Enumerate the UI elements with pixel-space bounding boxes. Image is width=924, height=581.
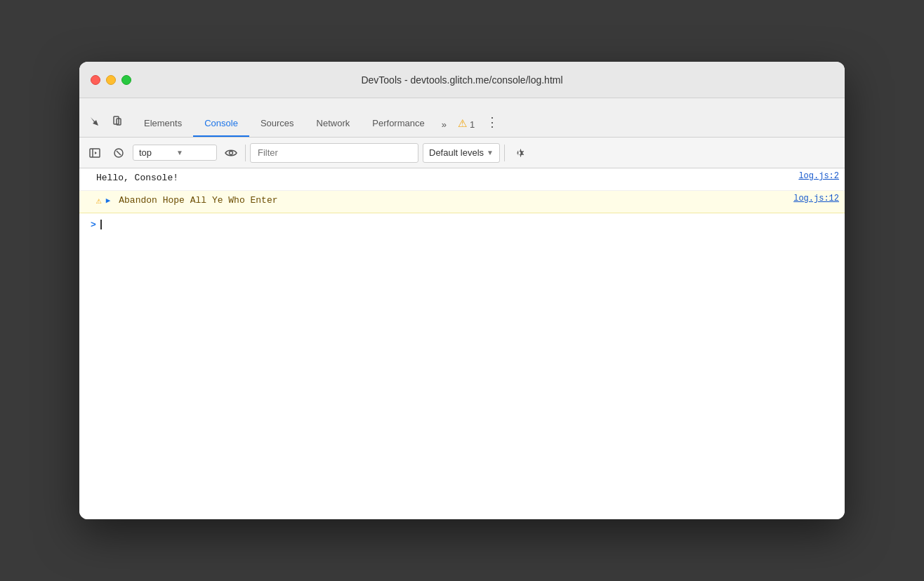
window-title: DevTools - devtools.glitch.me/console/lo… — [361, 74, 562, 86]
devtools-window: DevTools - devtools.glitch.me/console/lo… — [79, 62, 845, 519]
device-icon[interactable] — [107, 112, 127, 131]
log-message: Hello, Console! — [96, 171, 793, 186]
console-toolbar: top ▼ Default levels ▼ — [79, 138, 845, 168]
minimize-button[interactable] — [106, 75, 116, 85]
clear-console-button[interactable] — [109, 143, 128, 163]
separator2 — [504, 145, 505, 161]
log-levels-button[interactable]: Default levels ▼ — [423, 143, 500, 163]
tab-bar: Elements Console Sources Network Perform… — [79, 98, 845, 138]
warning-triangle-icon: ⚠ — [96, 195, 102, 206]
titlebar: DevTools - devtools.glitch.me/console/lo… — [79, 62, 845, 98]
tab-sources[interactable]: Sources — [249, 98, 305, 137]
expand-arrow-icon[interactable]: ▶ — [106, 196, 111, 205]
console-row-log: Hello, Console! log.js:2 — [79, 168, 845, 191]
console-input-row[interactable]: > — [79, 213, 845, 236]
warning-icon: ⚠ — [458, 117, 467, 130]
separator — [245, 145, 246, 161]
more-tabs-button[interactable]: » — [436, 98, 452, 137]
svg-marker-4 — [95, 152, 97, 154]
warning-badge[interactable]: ⚠ 1 — [452, 98, 480, 137]
devtools-menu-button[interactable]: ⋮ — [480, 98, 504, 137]
maximize-button[interactable] — [121, 75, 131, 85]
tool-icons — [85, 112, 127, 137]
context-selector[interactable]: top ▼ — [133, 145, 217, 161]
input-cursor — [100, 220, 102, 229]
inspector-icon[interactable] — [85, 112, 105, 131]
tab-network[interactable]: Network — [305, 98, 362, 137]
close-button[interactable] — [91, 75, 100, 85]
log-link[interactable]: log.js:2 — [798, 171, 839, 181]
tab-elements[interactable]: Elements — [133, 98, 193, 137]
warning-message: ▶ Abandon Hope All Ye Who Enter — [106, 194, 788, 208]
console-row-warning[interactable]: ⚠ ▶ Abandon Hope All Ye Who Enter log.js… — [79, 191, 845, 213]
settings-button[interactable] — [509, 143, 529, 163]
svg-line-6 — [117, 151, 121, 155]
tab-console[interactable]: Console — [193, 98, 249, 137]
svg-point-7 — [230, 151, 233, 154]
filter-box[interactable] — [250, 143, 418, 163]
live-expressions-button[interactable] — [221, 143, 241, 163]
input-prompt-icon: > — [91, 220, 96, 230]
tab-performance[interactable]: Performance — [361, 98, 435, 137]
warning-link[interactable]: log.js:12 — [793, 194, 839, 203]
sidebar-toggle-button[interactable] — [85, 143, 105, 163]
traffic-lights — [91, 75, 131, 85]
filter-input[interactable] — [255, 144, 414, 162]
console-output: Hello, Console! log.js:2 ⚠ ▶ Abandon Hop… — [79, 168, 845, 519]
